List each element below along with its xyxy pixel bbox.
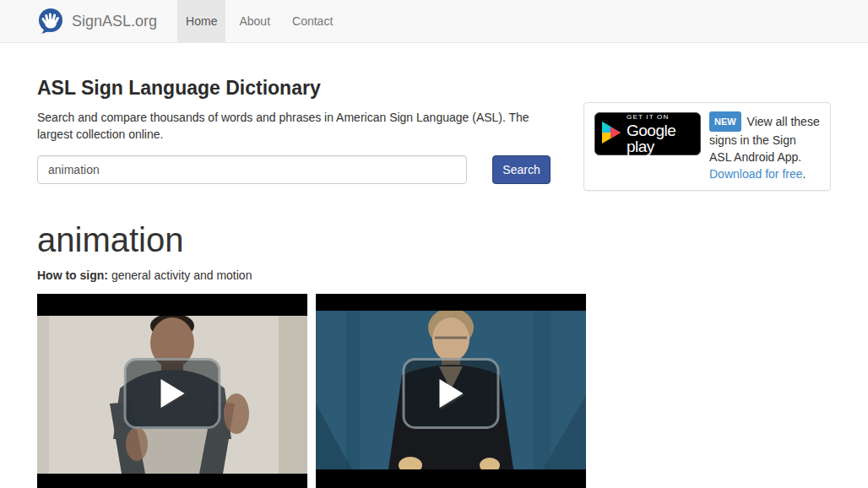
google-play-label: Google play xyxy=(627,122,693,155)
main-nav: Home About Contact xyxy=(175,0,344,42)
brand-name: SignASL.org xyxy=(72,13,157,30)
google-play-badge[interactable]: GET IT ON Google play xyxy=(594,112,701,155)
word-title: animation xyxy=(37,223,831,257)
promo-period: . xyxy=(803,167,806,181)
android-app-panel: GET IT ON Google play NEW View all these… xyxy=(583,102,831,191)
how-to-sign-label: How to sign: xyxy=(37,268,108,282)
download-link[interactable]: Download for free xyxy=(709,167,803,181)
play-button-icon[interactable] xyxy=(124,358,221,429)
search-form: Search xyxy=(37,155,551,184)
signasl-logo-icon xyxy=(37,8,64,35)
new-badge: NEW xyxy=(709,111,741,132)
video-thumbnail-1[interactable] xyxy=(37,294,307,488)
get-it-on-label: GET IT ON xyxy=(627,114,693,121)
app-promo-text: NEW View all these signs in the Sign ASL… xyxy=(709,111,820,182)
play-button-icon[interactable] xyxy=(403,358,500,429)
nav-item-contact[interactable]: Contact xyxy=(284,0,341,42)
google-play-triangle-icon xyxy=(602,122,621,146)
how-to-sign-text: general activity and motion xyxy=(108,268,252,282)
search-button[interactable]: Search xyxy=(492,155,551,184)
how-to-sign-line: How to sign: general activity and motion xyxy=(37,268,831,282)
page-description: Search and compare thousands of words an… xyxy=(37,109,544,143)
video-thumbnail-2[interactable] xyxy=(316,294,586,488)
main-content: ASL Sign Language Dictionary Search and … xyxy=(37,77,831,488)
page-title: ASL Sign Language Dictionary xyxy=(37,77,551,100)
navbar: SignASL.org Home About Contact xyxy=(0,0,868,43)
search-input[interactable] xyxy=(37,155,467,184)
video-results xyxy=(37,294,831,488)
nav-item-home[interactable]: Home xyxy=(177,0,225,42)
nav-item-about[interactable]: About xyxy=(231,0,279,42)
brand[interactable]: SignASL.org xyxy=(37,0,157,42)
